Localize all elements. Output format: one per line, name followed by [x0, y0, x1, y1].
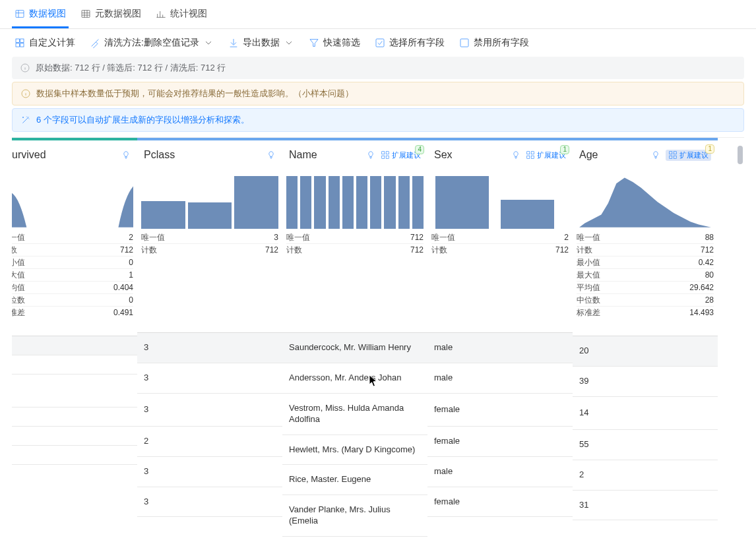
scrollbar-handle[interactable]	[738, 146, 743, 164]
stat-row: 最小值0.42	[577, 256, 714, 268]
select-all-fields-button[interactable]: 选择所有字段	[375, 37, 445, 49]
data-cell[interactable]	[12, 407, 137, 427]
column-header[interactable]: Name扩展建议4	[282, 140, 427, 169]
expand-label: 扩展建议	[679, 150, 709, 160]
data-cell[interactable]: 14	[573, 397, 718, 430]
svg-rect-30	[382, 156, 385, 158]
tab-data-view[interactable]: 数据视图	[12, 4, 69, 28]
data-cell[interactable]: 3	[137, 457, 282, 487]
svg-rect-33	[531, 152, 534, 154]
data-cell[interactable]: 2	[137, 427, 282, 457]
column-header[interactable]: Sex扩展建议1	[427, 140, 573, 169]
data-cell[interactable]: 3	[137, 333, 282, 363]
data-cell[interactable]	[12, 375, 137, 407]
expand-suggest-button[interactable]: 扩展建议4	[381, 150, 421, 160]
lightbulb-icon[interactable]	[121, 150, 131, 160]
lightbulb-icon[interactable]	[511, 150, 520, 160]
stat-row: 最大值80	[577, 268, 714, 281]
data-cell[interactable]: male	[427, 363, 573, 394]
stat-label: 计数	[431, 244, 447, 256]
column-title: Pclass	[144, 149, 175, 161]
data-cell[interactable]: 3	[137, 394, 282, 427]
svg-rect-3	[82, 11, 90, 18]
tab-label: 数据视图	[29, 8, 66, 20]
quick-filter-button[interactable]: 快速筛选	[309, 37, 360, 49]
data-cell[interactable]: Vander Planke, Mrs. Julius (Emelia	[282, 495, 427, 537]
chevron-down-icon	[203, 38, 214, 48]
data-cell[interactable]: 55	[573, 430, 718, 460]
data-cell[interactable]: female	[427, 394, 573, 427]
data-cell[interactable]: Vestrom, Miss. Hulda Amanda Adolfina	[282, 394, 427, 435]
stat-value: 0	[129, 294, 133, 306]
grid-small-icon	[381, 150, 390, 160]
stat-value: 28	[705, 294, 714, 306]
stat-label: 大值	[12, 269, 25, 281]
data-cell[interactable]: 3	[137, 487, 282, 518]
column-stats: 唯一值3计数712	[137, 230, 282, 257]
svg-rect-35	[531, 156, 534, 158]
column-header[interactable]: Pclass	[137, 140, 282, 169]
expand-suggest-button[interactable]: 扩展建议1	[526, 150, 566, 160]
svg-rect-12	[16, 39, 19, 42]
column-header[interactable]: urvived	[12, 140, 137, 169]
broom-icon	[90, 38, 100, 48]
column-data-rows: 333233	[137, 332, 282, 517]
stat-label: 标准差	[577, 307, 600, 318]
data-cell[interactable]: 39	[573, 367, 718, 397]
data-cell[interactable]: Andersson, Mr. Anders Johan	[282, 363, 427, 394]
table-icon	[15, 9, 25, 19]
view-tabs: 数据视图 元数据视图 统计视图	[0, 0, 756, 29]
svg-rect-29	[386, 152, 389, 154]
checkbox-checked-icon	[375, 38, 385, 48]
tab-metadata-view[interactable]: 元数据视图	[78, 4, 144, 28]
expand-suggest-button[interactable]: 扩展建议1	[666, 150, 711, 161]
data-cell[interactable]	[12, 336, 137, 355]
data-cell[interactable]: Saundercock, Mr. William Henry	[282, 333, 427, 363]
data-cell[interactable]: 2	[573, 460, 718, 491]
banner-text: 数据集中样本数量低于预期，可能会对推荐结果的一般性造成影响。（小样本问题）	[36, 88, 354, 100]
clean-method-button[interactable]: 清洗方法:删除空值记录	[90, 37, 214, 49]
svg-line-16	[96, 40, 98, 42]
data-cell[interactable]: male	[427, 333, 573, 363]
stat-label: 最大值	[577, 269, 600, 281]
data-cell[interactable]: female	[427, 427, 573, 457]
column-mini-chart	[427, 169, 573, 230]
info-icon	[20, 63, 30, 73]
column-name: Name扩展建议4唯一值712计数712Saundercock, Mr. Wil…	[282, 138, 427, 537]
stat-label: 计数	[577, 244, 592, 256]
data-cell[interactable]	[12, 446, 137, 465]
column-data-rows: 20391455231	[573, 336, 718, 520]
stat-row: 计数712	[577, 243, 714, 256]
data-cell[interactable]: 31	[573, 491, 718, 521]
data-grid: urvived 一值2数712小值0大值1均值0.404位数0准差0.491Pc…	[12, 137, 744, 537]
disable-all-fields-button[interactable]: 禁用所有字段	[459, 37, 529, 49]
data-cell[interactable]: male	[427, 457, 573, 487]
column-header[interactable]: Age扩展建议1	[573, 140, 718, 169]
lightbulb-icon[interactable]	[366, 150, 375, 160]
custom-calc-button[interactable]: 自定义计算	[15, 37, 75, 49]
column-title: Sex	[434, 149, 453, 161]
data-cell[interactable]: female	[427, 487, 573, 518]
tip-banner[interactable]: 6 个字段可以自动扩展生成新的字段以增强分析和探索。	[12, 108, 744, 132]
stat-label: 最小值	[577, 256, 600, 268]
lightbulb-icon[interactable]	[267, 150, 276, 160]
chevron-down-icon	[284, 38, 294, 48]
tab-stats-view[interactable]: 统计视图	[153, 4, 210, 28]
svg-rect-28	[382, 152, 385, 154]
data-cell[interactable]	[12, 427, 137, 446]
stat-label: 数	[12, 244, 17, 256]
svg-rect-37	[674, 152, 676, 154]
data-cell[interactable]: Hewlett, Mrs. (Mary D Kingcome)	[282, 435, 427, 466]
tab-label: 统计视图	[170, 8, 207, 20]
data-cell[interactable]: 3	[137, 363, 282, 394]
data-cell[interactable]: 20	[573, 336, 718, 367]
stat-value: 712	[265, 244, 278, 256]
export-data-button[interactable]: 导出数据	[228, 37, 294, 49]
banner-text: 6 个字段可以自动扩展生成新的字段以增强分析和探索。	[36, 114, 249, 126]
column-sex: Sex扩展建议1唯一值2计数712malemalefemalefemalemal…	[427, 138, 573, 537]
column-mini-chart	[12, 169, 137, 230]
lightbulb-icon[interactable]	[651, 150, 660, 160]
data-cell[interactable]	[12, 355, 137, 375]
stat-row: 平均值29.642	[577, 281, 714, 293]
data-cell[interactable]: Rice, Master. Eugene	[282, 465, 427, 495]
